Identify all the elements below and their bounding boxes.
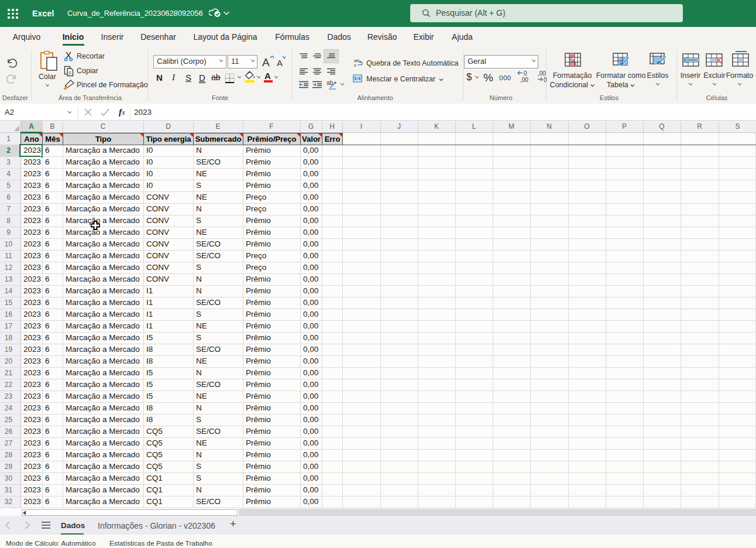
svg-text:0: 0 — [524, 70, 527, 77]
svg-text:c: c — [354, 63, 356, 67]
svg-text:0: 0 — [544, 77, 547, 83]
svg-text:,00: ,00 — [538, 70, 546, 77]
svg-text:A: A — [262, 56, 270, 68]
svg-text:,00: ,00 — [520, 77, 528, 83]
svg-text:A: A — [277, 58, 283, 68]
